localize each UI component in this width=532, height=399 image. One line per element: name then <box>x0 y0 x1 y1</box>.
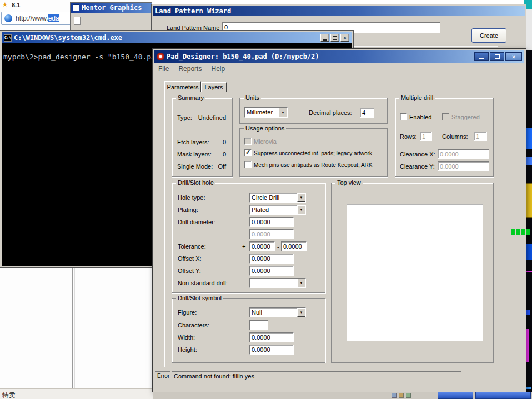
mentor-titlebar[interactable]: Mentor Graphics <box>71 3 152 13</box>
document-icon-line <box>76 19 79 19</box>
decimal-places-input[interactable]: 4 <box>360 108 374 118</box>
taskbar-button-1[interactable] <box>438 392 473 399</box>
pcb-magenta-bar <box>526 329 529 362</box>
dropdown-arrow-icon[interactable]: ▼ <box>297 308 305 317</box>
characters-input[interactable] <box>249 320 268 330</box>
dropdown-arrow-icon[interactable]: ▼ <box>279 108 287 117</box>
maximize-icon <box>333 36 337 40</box>
tray-icon-2[interactable] <box>399 393 404 398</box>
group-summary: Summary Type:Undefined Etch layers:0 Mas… <box>172 98 233 177</box>
desktop: ★ 8.1 http://www.eda 特卖 Mentor Graphics … <box>0 0 532 399</box>
wizard-title: Land Pattern Wizard <box>155 7 231 15</box>
cmd-minimize-button[interactable] <box>320 34 329 42</box>
plating-label: Plating: <box>178 206 198 213</box>
dropdown-arrow-icon[interactable]: ▼ <box>297 279 305 287</box>
tray-icon-3[interactable] <box>406 393 411 398</box>
clearance-x-input: 0.0000 <box>438 149 489 159</box>
wizard-titlebar[interactable]: Land Pattern Wizard <box>153 6 525 16</box>
plating-select[interactable]: Plated ▼ <box>249 205 306 215</box>
clearance-y-label: Clearance Y: <box>400 163 435 170</box>
cmd-title: C:\WINDOWS\system32\cmd.exe <box>14 34 122 42</box>
drill-diameter-label: Drill diameter: <box>178 219 215 225</box>
group-usage-options: Usage options Microvia ✓ Suppress unconn… <box>239 128 388 177</box>
offset-y-input[interactable]: 0.0000 <box>249 266 294 276</box>
dropdown-arrow-icon[interactable]: ▼ <box>297 205 305 214</box>
close-icon: ✕ <box>343 35 346 41</box>
pcb-blue-tick <box>525 310 530 315</box>
status-error-box: Error <box>155 371 170 381</box>
browser-bottom-strip: 特卖 <box>0 388 155 399</box>
rows-input: 1 <box>420 132 432 141</box>
tab-parameters[interactable]: Parameters <box>164 81 201 92</box>
mech-pins-label: Mech pins use antipads as Route Keepout;… <box>254 162 372 168</box>
suppress-unconnected-label: Suppress unconnected int. pads; legacy a… <box>254 150 372 156</box>
url-selected-text: eda <box>48 14 59 22</box>
summary-row-etch: Etch layers:0 <box>177 139 226 145</box>
bookmark-star-icon[interactable]: ★ <box>2 1 8 8</box>
taskbar-button-2[interactable] <box>475 392 531 399</box>
group-summary-title: Summary <box>176 94 205 101</box>
close-button[interactable]: ✕ <box>505 52 522 61</box>
enabled-checkbox[interactable] <box>400 113 407 120</box>
offset-x-input[interactable]: 0.0000 <box>249 254 294 264</box>
taskbar-strip <box>153 392 532 399</box>
height-input[interactable]: 0.0000 <box>249 345 294 355</box>
hole-type-label: Hole type: <box>178 194 205 201</box>
sale-link[interactable]: 特卖 <box>2 391 16 399</box>
pcb-dash <box>511 229 515 235</box>
offset-x-label: Offset X: <box>178 255 202 262</box>
columns-input: 1 <box>474 132 487 141</box>
group-top-view-title: Top view <box>335 179 363 186</box>
maximize-button[interactable] <box>490 52 504 61</box>
menubar: File Reports Help <box>158 65 380 75</box>
hole-type-select[interactable]: Circle Drill ▼ <box>249 193 306 203</box>
pad-designer-titlebar[interactable]: Pad_Designer: b150_40.pad (D:/mypcb/2) ✕ <box>154 50 524 63</box>
summary-row-type: Type:Undefined <box>177 114 226 121</box>
url-bar[interactable]: http://www.eda <box>1 12 72 25</box>
dropdown-arrow-icon[interactable]: ▼ <box>297 193 305 202</box>
group-drill-slot-hole: Drill/Slot hole Hole type: Circle Drill … <box>172 183 325 293</box>
tolerance-plus-sign: + <box>242 243 245 250</box>
rows-label: Rows: <box>400 133 417 140</box>
cmd-close-button[interactable]: ✕ <box>340 34 349 42</box>
suppress-unconnected-checkbox[interactable]: ✓ <box>244 149 252 156</box>
pad-designer-window: Pad_Designer: b150_40.pad (D:/mypcb/2) ✕… <box>153 49 526 392</box>
characters-label: Characters: <box>178 322 209 329</box>
units-select[interactable]: Millimeter ▼ <box>244 107 288 118</box>
group-drill-slot-symbol-title: Drill/Slot symbol <box>176 295 223 301</box>
cmd-titlebar[interactable]: C:\ C:\WINDOWS\system32\cmd.exe ✕ <box>2 32 352 43</box>
figure-select[interactable]: Null ▼ <box>249 307 306 317</box>
width-input[interactable]: 0.0000 <box>249 332 294 342</box>
create-button[interactable]: Create <box>471 28 506 43</box>
menu-help[interactable]: Help <box>212 65 225 73</box>
group-drill-slot-hole-title: Drill/Slot hole <box>176 179 215 186</box>
pad-designer-title: Pad_Designer: b150_40.pad (D:/mypcb/2) <box>167 53 319 60</box>
document-icon[interactable] <box>74 17 81 25</box>
drill-diameter-secondary-input: 0.0000 <box>249 229 294 239</box>
pcb-dash <box>521 229 525 235</box>
pcb-highlight-dashes <box>511 229 532 235</box>
mech-pins-checkbox[interactable] <box>244 161 252 168</box>
tolerance-minus-input[interactable]: 0.0000 <box>281 241 307 251</box>
cmd-maximize-button[interactable] <box>330 34 339 42</box>
minimize-button[interactable] <box>474 52 489 61</box>
group-top-view: Top view <box>331 183 494 363</box>
maximize-icon <box>495 54 500 59</box>
tray-icon-1[interactable] <box>392 393 397 398</box>
non-standard-drill-select[interactable]: ▼ <box>249 278 306 288</box>
pcb-dash <box>516 229 520 235</box>
group-multiple-drill: Multiple drill Enabled Staggered Rows: 1… <box>395 98 494 177</box>
drill-diameter-input[interactable]: 0.0000 <box>249 217 294 227</box>
document-icon-line2 <box>76 21 79 21</box>
tolerance-minus-sign: - <box>277 243 279 250</box>
tab-layers[interactable]: Layers <box>201 82 227 92</box>
globe-icon <box>4 14 12 22</box>
microvia-label: Microvia <box>254 138 277 145</box>
summary-row-single-mode: Single Mode:Off <box>177 163 226 170</box>
menu-reports[interactable]: Reports <box>178 65 202 73</box>
mentor-app-icon <box>73 4 79 11</box>
offset-y-label: Offset Y: <box>178 267 201 274</box>
url-text[interactable]: http://www.eda <box>16 14 59 22</box>
tolerance-plus-input[interactable]: 0.0000 <box>249 241 275 251</box>
menu-file[interactable]: File <box>158 65 169 73</box>
